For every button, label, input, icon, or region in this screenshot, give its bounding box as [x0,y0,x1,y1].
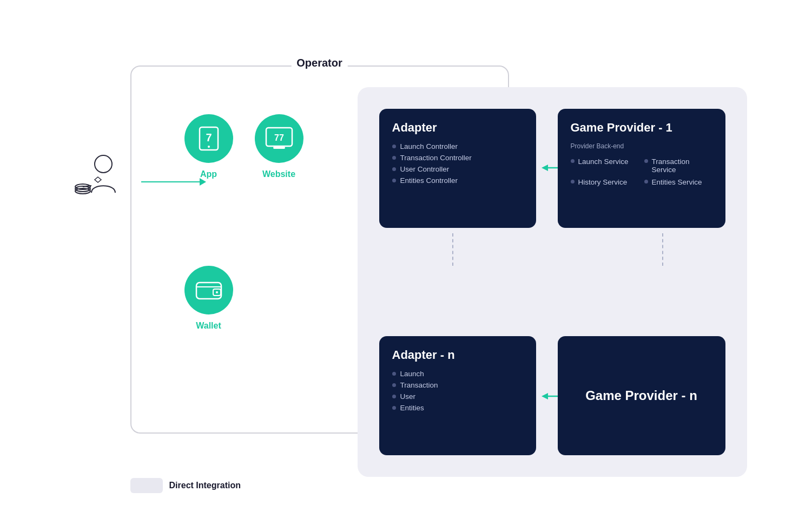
bullet-icon [392,156,396,160]
arrow-line [141,181,200,182]
svg-text:77: 77 [274,133,284,142]
bullet-icon [644,180,648,183]
service-item: Transaction Service [644,158,712,174]
bullet-icon [392,395,396,398]
bullet-icon [392,145,396,148]
bullet-icon [644,159,648,163]
adapter-n-box: Adapter - n Launch Transaction User Enti… [379,336,536,455]
adapter-n-list: Launch Transaction User Entities [392,370,523,412]
website-label: Website [262,169,295,179]
adapter-n-list-item: Transaction [392,381,523,389]
adapter-n-list-item: User [392,392,523,401]
wallet-icon [195,278,223,302]
service-item: Launch Service [571,158,639,174]
wallet-icon-circle [184,266,233,314]
service-item: Entities Service [644,178,712,186]
svg-point-13 [216,291,218,293]
person-icon-area [71,152,125,201]
operator-label: Operator [291,57,347,69]
adapter-list-item: User Controller [392,165,523,173]
svg-rect-10 [273,147,285,149]
game-provider-1-subtitle: Provider Back-end [571,142,712,150]
adapter-list-item: Launch Controller [392,142,523,150]
svg-marker-17 [542,393,548,399]
legend-label: Direct Integration [169,481,241,490]
adapter-list-item: Entities Controller [392,176,523,185]
svg-rect-11 [196,283,221,299]
service-item: History Service [571,178,639,186]
bullet-icon [392,372,396,376]
bullet-icon [571,180,575,183]
adapter-n-list-item: Launch [392,370,523,378]
adapter-list: Launch Controller Transaction Controller… [392,142,523,185]
adapter-n-title: Adapter - n [392,348,523,362]
wallet-label: Wallet [196,321,221,331]
app-icon: 7 [195,125,222,152]
website-item: 77 Website [255,114,303,179]
arrow-head [200,178,206,186]
vert-line-right [662,233,663,266]
bullet-icon [392,383,396,387]
app-label: App [200,169,217,179]
game-provider-1-title: Game Provider - 1 [571,121,712,135]
game-provider-1-box: Game Provider - 1 Provider Back-end Laun… [558,109,725,228]
adapter-n-list-item: Entities [392,404,523,412]
svg-text:7: 7 [206,132,212,143]
casino-dealer-icon [71,152,125,201]
website-icon: 77 [265,126,294,151]
adapter-box: Adapter Launch Controller Transaction Co… [379,109,536,228]
game-provider-n-box: Game Provider - n [558,336,725,455]
svg-point-3 [95,155,112,173]
adapter-title: Adapter [392,121,523,135]
game-provider-n-title: Game Provider - n [585,388,697,403]
bullet-icon [392,179,396,182]
bullet-icon [392,406,396,410]
person-to-app-arrow [141,178,206,186]
diagram-container: Operator 7 [55,33,758,499]
website-icon-circle: 77 [255,114,303,163]
adapter-list-item: Transaction Controller [392,154,523,162]
legend: Direct Integration [130,478,241,493]
services-grid: Launch Service Transaction Service Histo… [571,158,712,186]
wallet-item: Wallet [184,266,233,331]
bullet-icon [392,167,396,171]
svg-point-7 [208,146,210,148]
provider-area: Adapter Launch Controller Transaction Co… [358,87,747,477]
svg-marker-14 [542,165,548,171]
legend-color-box [130,478,163,493]
app-website-row: 7 App 77 Website [184,114,303,179]
vert-line-left [452,233,453,266]
app-item: 7 App [184,114,233,179]
svg-marker-4 [95,177,101,182]
bullet-icon [571,159,575,163]
app-icon-circle: 7 [184,114,233,163]
